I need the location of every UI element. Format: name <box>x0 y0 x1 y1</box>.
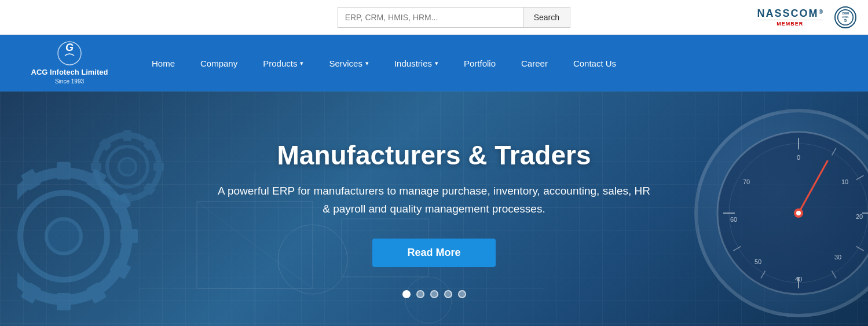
svg-text:G: G <box>65 42 74 53</box>
svg-rect-26 <box>153 163 164 171</box>
svg-point-8 <box>46 219 81 254</box>
search-area: Search <box>338 7 570 28</box>
nav-contact-label: Contact Us <box>573 58 616 68</box>
nav-industries-label: Industries <box>394 58 432 68</box>
svg-text:40: 40 <box>795 276 802 283</box>
logo-icon: G <box>57 41 82 66</box>
nav-item-contact[interactable]: Contact Us <box>561 35 629 91</box>
svg-text:20: 20 <box>856 213 863 220</box>
nav-item-career[interactable]: Career <box>508 35 561 91</box>
svg-text:30: 30 <box>834 254 841 261</box>
read-more-button[interactable]: Read More <box>372 239 495 267</box>
svg-rect-15 <box>57 293 71 310</box>
nav-item-company[interactable]: Company <box>188 35 250 91</box>
svg-point-54 <box>796 211 801 215</box>
nav-item-home[interactable]: Home <box>139 35 188 91</box>
svg-rect-28 <box>123 193 131 203</box>
carousel-dot-1[interactable] <box>402 290 411 298</box>
nav-products-label: Products <box>263 58 297 68</box>
hero-subtitle: A powerful ERP for manufacturers to mana… <box>214 182 654 218</box>
nav-item-portfolio[interactable]: Portfolio <box>451 35 508 91</box>
search-input[interactable] <box>338 7 523 28</box>
hero-banner: 0 10 20 30 40 50 60 70 Manufacturers <box>0 91 868 326</box>
svg-text:0: 0 <box>797 154 800 161</box>
svg-text:60: 60 <box>730 216 737 223</box>
search-button[interactable]: Search <box>523 7 570 28</box>
top-bar: Search NASSCOM ® MEMBER CMMI LEVEL 5 <box>0 0 868 35</box>
svg-text:70: 70 <box>743 178 750 185</box>
nav-services-label: Services <box>329 58 362 68</box>
svg-rect-9 <box>57 162 71 180</box>
gauge-circle: 0 10 20 30 40 50 60 70 <box>694 109 868 317</box>
svg-text:5: 5 <box>844 17 847 23</box>
svg-text:10: 10 <box>841 178 848 185</box>
logo-area[interactable]: G ACG Infotech Limited Since 1993 <box>0 35 139 91</box>
svg-rect-12 <box>120 229 138 243</box>
nasscom-text: NASSCOM <box>757 8 819 20</box>
carousel-dots <box>214 290 654 298</box>
nasscom-badge: NASSCOM ® MEMBER <box>757 8 823 27</box>
svg-text:50: 50 <box>755 258 761 265</box>
nav-item-industries[interactable]: Industries ▾ <box>382 35 451 91</box>
services-chevron-icon: ▾ <box>365 60 369 67</box>
svg-point-32 <box>717 132 868 294</box>
cmmi-badge: CMMI LEVEL 5 <box>834 6 856 28</box>
nasscom-member-text: MEMBER <box>757 20 823 27</box>
nav-home-label: Home <box>152 58 175 68</box>
svg-point-23 <box>119 158 136 175</box>
industries-chevron-icon: ▾ <box>435 60 438 67</box>
hero-title: Manufacturers & Traders <box>214 140 654 171</box>
carousel-dot-3[interactable] <box>430 290 438 298</box>
navbar: Home Company Products ▾ Services ▾ Indus… <box>139 35 868 91</box>
products-chevron-icon: ▾ <box>300 60 303 67</box>
header: G ACG Infotech Limited Since 1993 Home C… <box>0 35 868 91</box>
carousel-dot-5[interactable] <box>458 290 466 298</box>
cmmi-circle: CMMI LEVEL 5 <box>834 6 856 28</box>
carousel-dot-4[interactable] <box>444 290 452 298</box>
badges-area: NASSCOM ® MEMBER CMMI LEVEL 5 <box>757 6 856 28</box>
nav-company-label: Company <box>200 58 237 68</box>
carousel-dot-2[interactable] <box>416 290 424 298</box>
svg-rect-24 <box>123 130 131 141</box>
svg-rect-30 <box>91 163 101 171</box>
nav-item-products[interactable]: Products ▾ <box>250 35 316 91</box>
nasscom-registered-icon: ® <box>819 9 823 15</box>
svg-text:CMMI: CMMI <box>842 12 849 14</box>
nav-portfolio-label: Portfolio <box>464 58 496 68</box>
company-since: Since 1993 <box>31 78 108 86</box>
logo-text: ACG Infotech Limited Since 1993 <box>31 67 108 86</box>
company-name: ACG Infotech Limited <box>31 67 108 78</box>
nav-items: Home Company Products ▾ Services ▾ Indus… <box>139 35 868 91</box>
nav-career-label: Career <box>521 58 548 68</box>
gauge-svg-icon: 0 10 20 30 40 50 60 70 <box>712 126 868 300</box>
hero-content: Manufacturers & Traders A powerful ERP f… <box>203 140 666 298</box>
nav-item-services[interactable]: Services ▾ <box>316 35 382 91</box>
